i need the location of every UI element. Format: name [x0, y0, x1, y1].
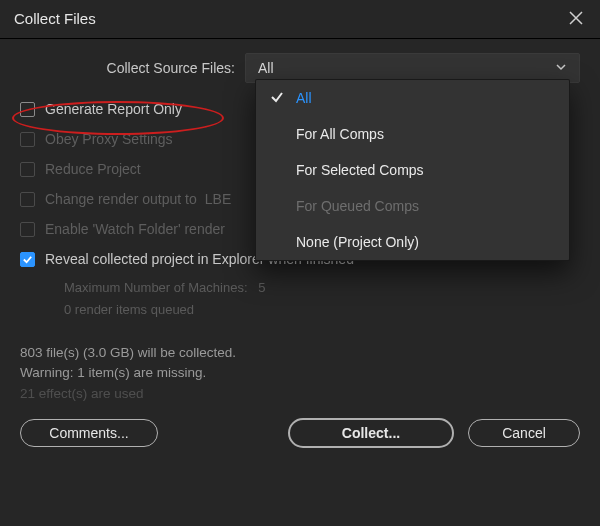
status-line-warning: Warning: 1 item(s) are missing.	[20, 363, 580, 383]
option-label: For Queued Comps	[296, 198, 419, 214]
check-icon	[270, 90, 284, 107]
option-label: All	[296, 90, 312, 106]
render-subinfo: Maximum Number of Machines: 5 0 render i…	[64, 277, 580, 321]
comments-button[interactable]: Comments...	[20, 419, 158, 447]
max-machines-row: Maximum Number of Machines: 5	[64, 277, 580, 299]
cancel-button[interactable]: Cancel	[468, 419, 580, 447]
status-line-effects: 21 effect(s) are used	[20, 384, 580, 404]
checkbox-box	[20, 132, 35, 147]
status-line-collected: 803 file(s) (3.0 GB) will be collected.	[20, 343, 580, 363]
titlebar: Collect Files	[0, 0, 600, 39]
checkbox-box	[20, 222, 35, 237]
checkbox-box	[20, 162, 35, 177]
checkbox-label: Enable 'Watch Folder' render	[45, 221, 225, 237]
collect-button[interactable]: Collect...	[288, 418, 454, 448]
button-row: Comments... Collect... Cancel	[20, 418, 580, 448]
dropdown-option-queued-comps: For Queued Comps	[256, 188, 569, 224]
status-block: 803 file(s) (3.0 GB) will be collected. …	[20, 343, 580, 404]
checkbox-box	[20, 102, 35, 117]
checkbox-label: Change render output to	[45, 191, 197, 207]
checkbox-box	[20, 252, 35, 267]
collect-source-label: Collect Source Files:	[20, 60, 245, 76]
queued-items: 0 render items queued	[64, 299, 580, 321]
max-machines-label: Maximum Number of Machines:	[64, 280, 248, 295]
window-title: Collect Files	[14, 10, 96, 27]
dropdown-option-selected-comps[interactable]: For Selected Comps	[256, 152, 569, 188]
dropdown-option-none[interactable]: None (Project Only)	[256, 224, 569, 260]
close-icon[interactable]	[566, 8, 586, 28]
option-label: For All Comps	[296, 126, 384, 142]
max-machines-value: 5	[258, 280, 265, 295]
checkbox-label: Reduce Project	[45, 161, 141, 177]
collect-source-dropdown-menu: All For All Comps For Selected Comps For…	[255, 79, 570, 261]
checkbox-box	[20, 192, 35, 207]
dialog-content: Collect Source Files: All Generate Repor…	[0, 39, 600, 448]
option-label: None (Project Only)	[296, 234, 419, 250]
checkbox-label: Obey Proxy Settings	[45, 131, 173, 147]
checkbox-label: Generate Report Only	[45, 101, 182, 117]
dropdown-option-all[interactable]: All	[256, 80, 569, 116]
render-output-value: LBE	[205, 191, 231, 207]
chevron-down-icon	[555, 60, 567, 76]
dropdown-option-all-comps[interactable]: For All Comps	[256, 116, 569, 152]
dropdown-selected-value: All	[258, 60, 274, 76]
option-label: For Selected Comps	[296, 162, 424, 178]
